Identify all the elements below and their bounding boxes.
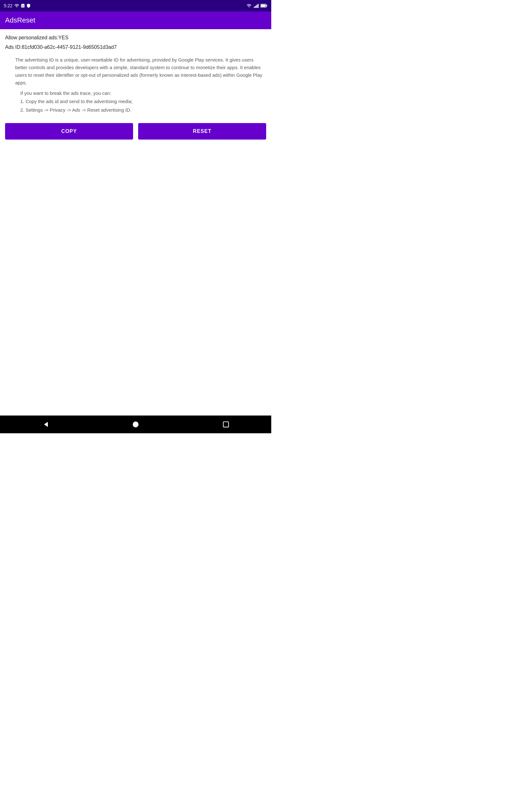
svg-point-4 (133, 421, 138, 427)
app-bar: AdsReset (0, 11, 271, 29)
app-title: AdsReset (5, 16, 35, 24)
steps-list: Copy the ads id and send to the advertis… (20, 97, 266, 114)
recents-icon (223, 421, 229, 427)
step-2: Settings -> Privacy -> Ads -> Reset adve… (20, 106, 266, 114)
svg-marker-3 (44, 422, 48, 427)
sim-icon (20, 3, 25, 8)
shield-icon (26, 3, 31, 8)
svg-rect-1 (267, 5, 267, 6)
reset-button[interactable]: RESET (138, 123, 266, 140)
step-1: Copy the ads id and send to the advertis… (20, 97, 266, 106)
signal-bars-icon (254, 3, 259, 8)
status-bar-right (246, 3, 268, 8)
recents-button[interactable] (217, 415, 235, 433)
status-icons (14, 3, 31, 8)
status-bar-left: 5:22 (4, 3, 31, 8)
steps-header: If you want to break the ads trace, you … (20, 90, 266, 96)
back-button[interactable] (37, 415, 54, 433)
back-icon (42, 420, 49, 428)
nav-bar (0, 415, 271, 433)
personalized-ads-label: Allow personalized ads:YES (5, 34, 266, 41)
svg-rect-5 (223, 422, 229, 427)
wifi-full-icon (246, 3, 252, 8)
copy-button[interactable]: COPY (5, 123, 133, 140)
status-time: 5:22 (4, 3, 12, 8)
description-text: The advertising ID is a unique, user-res… (15, 56, 266, 87)
action-buttons: COPY RESET (5, 123, 266, 140)
main-content: Allow personalized ads:YES Ads ID:81cfd0… (0, 29, 271, 415)
home-button[interactable] (127, 415, 145, 433)
wifi-question-icon (14, 3, 19, 8)
home-icon (132, 421, 139, 428)
ads-id-label: Ads ID:81cfd030-a62c-4457-9121-9d65051d3… (5, 44, 266, 51)
status-bar: 5:22 (0, 0, 271, 11)
svg-rect-2 (261, 4, 266, 7)
battery-icon (261, 3, 268, 8)
